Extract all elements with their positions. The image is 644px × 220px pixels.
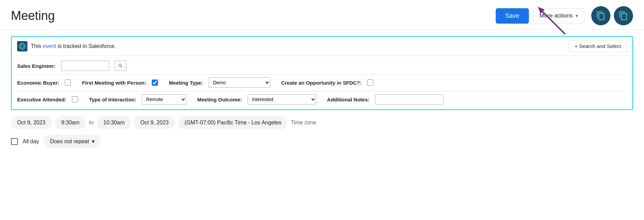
chevron-down-icon: ▾	[575, 13, 578, 19]
salesforce-panel: This event is tracked in Salesforce. + S…	[11, 36, 633, 110]
end-date-chip[interactable]: Oct 9, 2023	[134, 116, 175, 129]
sales-engineer-search-button[interactable]	[115, 61, 126, 71]
additional-notes-label: Additional Notes:	[327, 97, 370, 102]
salesforce-banner-left: This event is tracked in Salesforce.	[17, 41, 116, 51]
salesforce-banner: This event is tracked in Salesforce. + S…	[12, 37, 632, 56]
start-time-chip[interactable]: 9:30am	[55, 116, 86, 129]
type-interaction-label: Type of Interaction:	[89, 97, 136, 102]
salesforce-logo-icon	[19, 43, 26, 50]
timezone-label[interactable]: Time zone	[291, 120, 316, 126]
save-button[interactable]: Save	[496, 8, 529, 24]
header-actions: Save More actions ▾	[496, 8, 584, 24]
copy-icon-button-2[interactable]	[614, 6, 633, 25]
salesforce-fields: Sales Engineer: Economic Buyer: First Me…	[12, 56, 632, 109]
meeting-type-label: Meeting Type:	[169, 80, 203, 86]
create-opp-label: Create an Opportunity in SFDC?:	[281, 80, 362, 86]
header: Meeting Save More actions ▾	[0, 0, 644, 30]
allday-label: All day	[23, 138, 39, 145]
repeat-section: All day Does not repeat ▾	[11, 135, 633, 148]
create-opp-checkbox[interactable]	[367, 80, 373, 86]
meeting-type-select[interactable]: Demo Call Conference Other	[209, 77, 270, 88]
additional-notes-input[interactable]	[375, 94, 444, 105]
copy-icon-button-1[interactable]	[591, 6, 610, 25]
salesforce-logo	[17, 41, 27, 51]
meeting-outcome-select[interactable]: Interested Not Interested Follow Up Clos…	[248, 94, 316, 105]
more-actions-button[interactable]: More actions ▾	[533, 8, 584, 23]
timezone-chip[interactable]: (GMT-07:00) Pacific Time - Los Angeles	[178, 116, 287, 129]
economic-buyer-label: Economic Buyer:	[17, 80, 59, 86]
type-interaction-select[interactable]: Remote In Person Virtual	[142, 94, 186, 105]
sf-banner-text: This event is tracked in Salesforce.	[31, 43, 116, 49]
exec-attended-checkbox[interactable]	[72, 96, 78, 102]
meeting-outcome-label: Meeting Outcome:	[197, 97, 242, 102]
exec-attended-label: Executive Attended:	[17, 97, 66, 102]
search-and-select-button[interactable]: + Search and Select	[569, 40, 627, 52]
allday-checkbox[interactable]	[11, 138, 18, 145]
start-date-chip[interactable]: Oct 9, 2023	[11, 116, 52, 129]
sf-event-link[interactable]: event	[43, 43, 56, 49]
sales-engineer-input[interactable]	[61, 61, 109, 71]
datetime-section: Oct 9, 2023 9:30am to 10:30am Oct 9, 202…	[11, 116, 633, 129]
first-meeting-checkbox[interactable]	[152, 80, 158, 86]
repeat-label: Does not repeat	[50, 138, 89, 145]
economic-buyer-checkbox[interactable]	[65, 80, 71, 86]
sales-engineer-label: Sales Engineer:	[17, 63, 56, 69]
end-time-chip[interactable]: 10:30am	[97, 116, 131, 129]
main-content: This event is tracked in Salesforce. + S…	[0, 30, 644, 154]
chevron-down-icon: ▾	[92, 138, 95, 145]
row3-fields: Executive Attended: Type of Interaction:…	[17, 91, 627, 106]
row2-fields: Economic Buyer: First Meeting with Perso…	[17, 74, 627, 89]
to-label: to	[89, 120, 94, 126]
page-title: Meeting	[11, 9, 496, 23]
repeat-dropdown-button[interactable]: Does not repeat ▾	[44, 135, 101, 148]
first-meeting-label: First Meeting with Person:	[82, 80, 146, 86]
sales-engineer-row: Sales Engineer:	[17, 59, 627, 72]
